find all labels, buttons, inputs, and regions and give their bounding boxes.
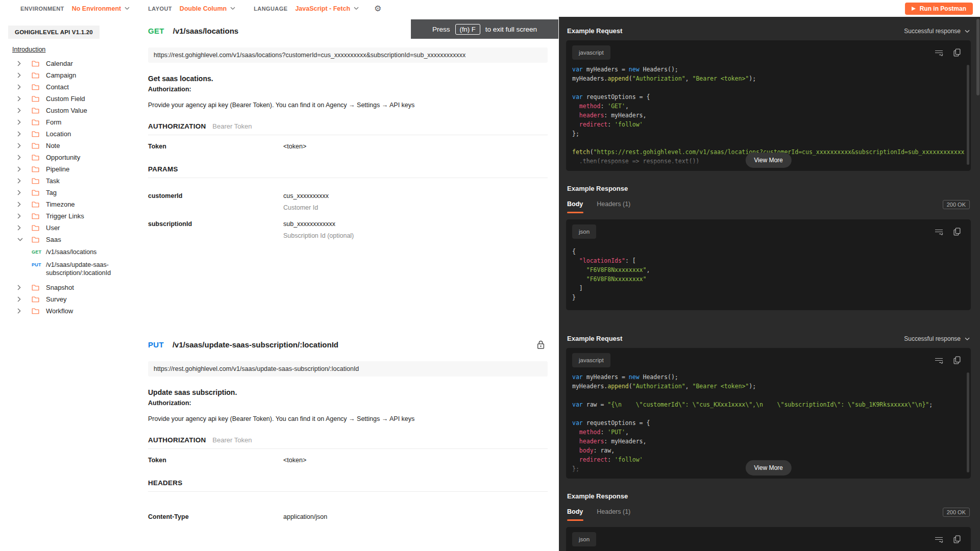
wrap-text-icon[interactable] (935, 228, 943, 236)
sidebar-folder-form[interactable]: Form (8, 116, 135, 128)
chevron-down-icon (17, 238, 23, 241)
code-scrollbar[interactable] (967, 65, 969, 165)
sidebar-folder-timezone[interactable]: Timezone (8, 198, 135, 210)
chevron-right-icon (17, 119, 23, 125)
sidebar-folder-saas[interactable]: Saas (8, 234, 135, 245)
authorization-type: Bearer Token (212, 436, 252, 444)
language-select[interactable]: JavaScript - Fetch (295, 5, 350, 12)
request-code-put: var myHeaders = new Headers();myHeaders.… (572, 372, 965, 472)
request-code-block-put: javascript var myHeaders = new Headers()… (566, 348, 971, 479)
headers-heading: HEADERS (148, 479, 182, 487)
fn-f-keycap: (fn) F (455, 24, 480, 35)
sidebar-folder-snapshot[interactable]: Snapshot (8, 282, 135, 293)
folder-icon (32, 154, 39, 161)
chevron-down-icon (965, 335, 970, 342)
folder-icon (32, 213, 39, 219)
chevron-right-icon (17, 225, 23, 231)
authorization-label: Authorization: (148, 399, 548, 407)
sidebar-folder-custom-field[interactable]: Custom Field (8, 93, 135, 105)
sidebar-folder-survey[interactable]: Survey (8, 293, 135, 305)
chevron-right-icon (17, 143, 23, 148)
response-variant-select[interactable]: Successful response (904, 335, 970, 342)
view-more-button[interactable]: View More (745, 153, 791, 168)
panel-scrollbar[interactable] (976, 19, 979, 95)
token-row: Token <token> (148, 143, 548, 150)
top-toolbar: ENVIRONMENT No Environment LAYOUT Double… (0, 0, 980, 17)
request-url: https://rest.gohighlevel.com/v1/saas/upd… (148, 361, 548, 377)
put-method-label: PUT (148, 340, 164, 349)
chevron-right-icon (17, 96, 23, 102)
copy-icon[interactable] (953, 356, 961, 364)
response-variant-select[interactable]: Successful response (904, 28, 970, 35)
run-in-postman-button[interactable]: Run in Postman (905, 3, 973, 15)
sidebar-folder-custom-value[interactable]: Custom Value (8, 105, 135, 116)
settings-gear-icon[interactable]: ⚙ (374, 5, 381, 13)
sidebar-request-put-update-saas-subscription[interactable]: PUT /v1/saas/update-saas-subscription/:l… (8, 261, 135, 277)
folder-icon (32, 201, 39, 208)
chevron-right-icon (17, 296, 23, 302)
example-code-panel: Example Request Successful response java… (559, 17, 980, 551)
put-method-badge: PUT (32, 262, 44, 267)
authorization-type: Bearer Token (212, 122, 252, 130)
documentation-main: GET /v1/saas/locations https://rest.gohi… (135, 17, 559, 551)
authorization-heading: AUTHORIZATION (148, 436, 206, 444)
chevron-right-icon (17, 202, 23, 207)
params-heading: PARAMS (148, 165, 178, 173)
header-row-content-type: Content-Type application/json (148, 513, 548, 520)
copy-icon[interactable] (953, 48, 961, 57)
tab-body[interactable]: Body (567, 201, 583, 213)
endpoint-get-saas-locations: GET /v1/saas/locations https://rest.gohi… (148, 27, 548, 239)
chevron-right-icon (17, 190, 23, 195)
view-more-button[interactable]: View More (745, 460, 791, 475)
sidebar-folder-calendar[interactable]: Calendar (8, 58, 135, 69)
copy-icon[interactable] (953, 535, 961, 543)
sidebar: GOHIGHLEVEL API V1.1.20 Introduction Cal… (0, 17, 135, 551)
folder-icon (32, 107, 39, 114)
status-badge: 200 OK (943, 508, 970, 517)
wrap-text-icon[interactable] (935, 49, 943, 57)
chevron-right-icon (17, 166, 23, 172)
folder-icon (32, 72, 39, 79)
language-chip: json (572, 224, 596, 239)
language-chip: javascript (572, 353, 610, 367)
folder-icon (32, 119, 39, 126)
sidebar-folder-user[interactable]: User (8, 222, 135, 234)
param-row-customerid: customerId cus_xxxxxxxxxx Customer Id (148, 192, 548, 211)
sidebar-folder-location[interactable]: Location (8, 128, 135, 140)
folder-icon (32, 178, 39, 184)
language-label: LANGUAGE (254, 6, 287, 12)
tab-body[interactable]: Body (567, 508, 583, 521)
folder-icon (32, 84, 39, 90)
authorization-description: Provide your agency api key (Bearer Toke… (148, 415, 548, 422)
wrap-text-icon[interactable] (935, 536, 943, 543)
sidebar-folder-task[interactable]: Task (8, 175, 135, 187)
sidebar-folder-contact[interactable]: Contact (8, 81, 135, 93)
sidebar-folder-note[interactable]: Note (8, 140, 135, 152)
response-tabs: Body Headers (1) 200 OK (567, 508, 970, 521)
wrap-text-icon[interactable] (935, 357, 943, 364)
layout-label: LAYOUT (148, 6, 172, 12)
sidebar-folder-pipeline[interactable]: Pipeline (8, 163, 135, 175)
sidebar-folder-tag[interactable]: Tag (8, 187, 135, 198)
tab-headers[interactable]: Headers (1) (597, 508, 630, 521)
tab-headers[interactable]: Headers (1) (597, 201, 630, 213)
sidebar-folder-trigger-links[interactable]: Trigger Links (8, 210, 135, 222)
chevron-down-icon[interactable] (230, 7, 235, 10)
chevron-down-icon[interactable] (125, 7, 130, 10)
copy-icon[interactable] (953, 228, 961, 236)
layout-select[interactable]: Double Column (180, 5, 227, 12)
folder-icon (32, 308, 39, 314)
folder-icon (32, 60, 39, 67)
response-code-block-put: json (566, 527, 971, 551)
environment-select[interactable]: No Environment (72, 5, 121, 12)
code-scrollbar[interactable] (967, 372, 969, 472)
sidebar-folder-campaign[interactable]: Campaign (8, 69, 135, 81)
chevron-down-icon[interactable] (354, 7, 359, 10)
folder-icon (32, 131, 39, 137)
sidebar-request-get-saas-locations[interactable]: GET /v1/saas/locations (8, 248, 135, 256)
chevron-right-icon (17, 61, 23, 66)
sidebar-folder-opportunity[interactable]: Opportunity (8, 152, 135, 163)
sidebar-folder-workflow[interactable]: Workflow (8, 305, 135, 317)
sidebar-item-introduction[interactable]: Introduction (12, 46, 45, 53)
folder-icon (32, 296, 39, 303)
